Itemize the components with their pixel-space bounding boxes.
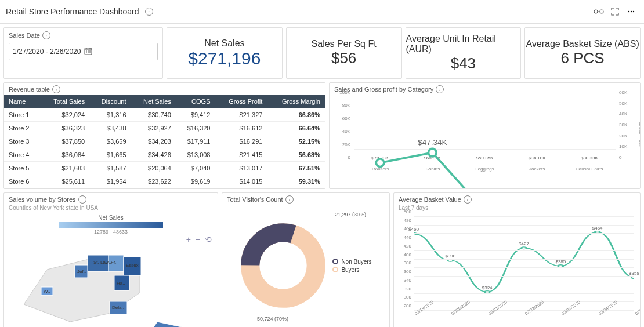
table-row[interactable]: Store 6$25,611$1,954$23,622$9,619$14,015… [4,175,325,188]
kpi-net-sales-label: Net Sales [204,38,244,49]
kpi-abs: Average Basket Size (ABS) 6 PCS [524,27,641,79]
map-legend-label: Net Sales [4,212,218,221]
legend-nonbuyers: Non Buyers [332,259,371,265]
abv-point-label: $427 [519,241,529,246]
visitors-donut-chart: 21,297 (30%) Non Buyers Buyers 50,724 (7… [222,205,389,326]
visitors-info-icon[interactable]: i [285,195,294,204]
map-legend-gradient [59,222,163,228]
map-zoom-in-icon[interactable]: + [186,235,191,244]
svg-text:Dela..: Dela.. [112,305,124,310]
map-canvas[interactable]: + − ⟲ St. Law.. Fr.. Essex Jef.. Ha.. De… [4,235,218,327]
abv-x-label: 02/19/2020 [414,312,423,325]
svg-text:Essex: Essex [126,263,139,268]
kpi-abs-value: 6 PCS [561,49,605,67]
kpi-aur-label: Average Unit In Retail (AUR) [406,34,521,54]
revenue-table-header: NameTotal SalesDiscountNet SalesCOGSGros… [4,95,325,108]
dashboard-title: Retail Store Performance Dashboard [6,7,139,16]
table-header[interactable]: Gross Profit [215,95,267,108]
abv-info-icon[interactable]: i [464,195,472,204]
date-info-icon[interactable]: i [42,31,50,39]
table-row[interactable]: Store 2$36,323$3,438$32,927$16,320$16,61… [4,122,325,135]
abv-line-chart: 280300320340360380400420440460480500 $46… [394,212,640,327]
revenue-table: NameTotal SalesDiscountNet SalesCOGSGros… [4,95,325,188]
svg-text:W..: W.. [44,289,50,294]
table-header[interactable]: Total Sales [40,95,89,108]
map-title: Sales volume by Stores [9,196,76,203]
table-row[interactable]: Store 3$37,850$3,659$34,203$17,911$16,29… [4,135,325,148]
expand-icon[interactable] [608,5,622,19]
category-chart: Net Sales Gross Profit 020K40K60K80K100K… [330,95,640,173]
visitors-title: Total Visitor's Count [227,196,283,203]
kpi-aur: Average Unit In Retail (AUR) $43 [406,27,522,79]
svg-point-2 [633,11,634,12]
table-row[interactable]: Store 5$21,683$1,587$20,064$7,040$13,017… [4,162,325,175]
table-row[interactable]: Store 1$32,024$1,316$30,740$9,412$21,327… [4,108,325,122]
table-row[interactable]: Store 4$36,084$1,665$34,426$13,008$21,41… [4,148,325,162]
bar-x-label: Jackets [523,166,551,172]
abv-point-label: $358 [629,271,639,276]
abv-x-label: 02/21/2020 [487,312,497,325]
svg-point-32 [558,265,563,267]
legend-buyers: Buyers [332,267,371,273]
abv-point-label: $324 [482,285,493,290]
map-panel: Sales volume by Stores i Counties of New… [3,192,218,327]
abv-x-label: 02/22/2020 [524,312,533,325]
svg-point-29 [448,259,453,261]
date-range-value: 1/27/2020 - 2/26/2020 [13,48,84,56]
donut-buyers-label: 50,724 (70%) [257,316,288,322]
bar-x-label: T-shirts [418,166,446,172]
bar-x-label: Leggings [471,166,498,172]
map-info-icon[interactable]: i [78,195,86,204]
more-icon[interactable] [624,5,638,19]
table-header[interactable]: Net Sales [131,95,176,108]
svg-point-0 [628,11,629,12]
category-chart-panel: Sales and Gross profit by Category i Net… [329,82,641,189]
svg-point-1 [631,11,632,12]
bar-value-label: $34.18K [529,155,546,161]
bar-x-label: Trousers [366,166,394,172]
map-legend-range: 12789 - 48633 [4,229,218,235]
kpi-net-sales: Net Sales $271,196 [167,27,283,79]
kpi-sales-sqft-label: Sales Per Sq Ft [312,39,377,49]
table-header[interactable]: Name [4,95,40,108]
abv-x-label: 02/23/2020 [560,312,570,325]
donut-nonbuyers-label: 21,297 (30%) [335,212,366,217]
svg-point-31 [521,247,526,249]
kpi-aur-value: $43 [451,54,476,72]
kpi-sales-sqft: Sales Per Sq Ft $56 [286,27,402,79]
date-range-input[interactable]: 1/27/2020 - 2/26/2020 [9,43,158,60]
table-header[interactable]: Discount [89,95,131,108]
bar-x-label: Causal Shirts [576,166,603,172]
abv-x-label: 02/25/2020 [634,312,641,325]
calendar-icon[interactable] [84,46,154,57]
abv-panel: Average Basket Value i Last 7 days 28030… [393,192,641,327]
svg-text:Fr..: Fr.. [111,260,118,265]
svg-text:Jef..: Jef.. [77,269,86,274]
title-info-icon[interactable]: i [145,8,153,16]
abv-subtitle: Last 7 days [394,205,640,212]
dashboard-header: Retail Store Performance Dashboard i [0,0,644,24]
table-header[interactable]: Gross Margin [267,95,325,108]
map-zoom-out-icon[interactable]: − [196,235,200,244]
revenue-table-title: Revenue table [9,86,50,93]
revenue-info-icon[interactable]: i [52,85,60,93]
date-filter-panel: Sales Date i 1/27/2020 - 2/26/2020 [3,27,163,79]
map-reset-icon[interactable]: ⟲ [205,235,212,244]
kpi-net-sales-value: $271,196 [188,49,261,68]
bar-value-label: $30.33K [581,155,598,161]
visitors-panel: Total Visitor's Count i 21,297 (30%) Non… [222,192,390,327]
kpi-abs-label: Average Basket Size (ABS) [526,39,639,49]
map-subtitle: Counties of New York state in USA [4,205,218,212]
abv-point-label: $460 [408,227,419,232]
svg-point-34 [631,277,634,279]
svg-text:St. Law..: St. Law.. [93,260,111,265]
abv-point-label: $398 [445,253,455,259]
bar-value-label: $78.73K [371,155,389,161]
abv-x-label: 02/24/2020 [598,312,607,325]
abv-point-label: $464 [592,226,603,231]
date-filter-label: Sales Date [9,32,40,39]
abv-x-label: 02/20/2020 [450,312,460,325]
category-info-icon[interactable]: i [436,85,444,93]
glasses-icon[interactable] [592,5,606,19]
table-header[interactable]: COGS [176,95,215,108]
